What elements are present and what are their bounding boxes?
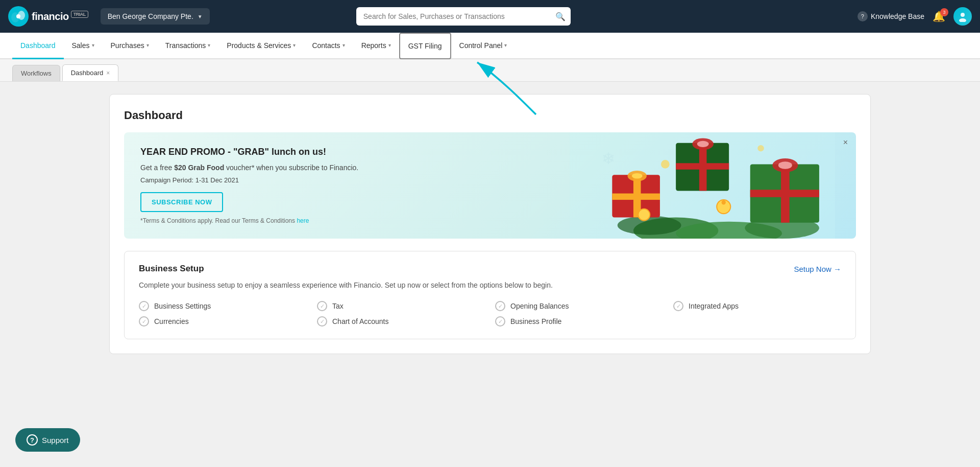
promo-content: YEAR END PROMO - "GRAB" lunch on us! Get… — [140, 147, 358, 224]
check-icon: ✓ — [495, 316, 505, 326]
setup-item-label: Integrated Apps — [689, 302, 739, 310]
setup-item: ✓ Tax — [317, 301, 485, 311]
chevron-down-icon: ▾ — [388, 42, 391, 48]
company-selector[interactable]: Ben George Company Pte. ▼ — [101, 8, 210, 25]
avatar[interactable] — [953, 7, 972, 26]
trial-badge: TRIAL — [71, 11, 88, 18]
svg-point-5 — [959, 18, 966, 22]
nav-item-reports[interactable]: Reports ▾ — [353, 33, 399, 59]
svg-rect-24 — [676, 163, 729, 169]
subscribe-button[interactable]: SUBSCRIBE NOW — [140, 192, 223, 212]
setup-item: ✓ Chart of Accounts — [317, 316, 485, 326]
setup-item: ✓ Business Profile — [495, 316, 663, 326]
setup-item-label: Tax — [332, 302, 344, 310]
setup-item: ✓ Integrated Apps — [673, 301, 841, 311]
logo-icon — [8, 6, 29, 27]
svg-rect-31 — [750, 190, 819, 197]
notifications-button[interactable]: 🔔 3 — [933, 10, 945, 22]
promo-description: Get a free $20 Grab Food voucher* when y… — [140, 162, 358, 173]
setup-header: Business Setup Setup Now → — [139, 264, 841, 274]
promo-tc-link[interactable]: here — [297, 217, 309, 224]
setup-item-empty — [673, 316, 841, 326]
svg-point-28 — [757, 145, 764, 151]
knowledge-base-icon: ? — [857, 11, 868, 21]
page-title: Dashboard — [124, 109, 856, 122]
nav-right: ? Knowledge Base 🔔 3 — [857, 7, 972, 26]
search-button[interactable]: 🔍 — [555, 12, 566, 21]
svg-point-33 — [778, 161, 792, 169]
check-icon: ✓ — [139, 301, 149, 311]
svg-point-21 — [632, 173, 643, 178]
promo-illustration: ❄ ❄ ❄ ❄ ❄ — [549, 132, 856, 239]
nav-item-contacts[interactable]: Contacts ▾ — [304, 33, 353, 59]
notification-badge: 3 — [940, 8, 948, 16]
setup-item: ✓ Currencies — [139, 316, 307, 326]
chevron-down-icon: ▾ — [293, 42, 296, 48]
chevron-down-icon: ▼ — [198, 14, 203, 19]
tabs-bar: Workflows Dashboard × — [0, 59, 980, 82]
promo-banner: YEAR END PROMO - "GRAB" lunch on us! Get… — [124, 132, 856, 239]
setup-item-label: Business Profile — [510, 317, 561, 325]
nav-item-sales[interactable]: Sales ▾ — [64, 33, 103, 59]
knowledge-base-link[interactable]: ? Knowledge Base — [857, 11, 924, 21]
search-input[interactable] — [356, 7, 571, 26]
nav-item-transactions[interactable]: Transactions ▾ — [157, 33, 219, 59]
setup-now-link[interactable]: Setup Now → — [794, 265, 841, 273]
promo-title: YEAR END PROMO - "GRAB" lunch on us! — [140, 147, 358, 157]
chevron-down-icon: ▾ — [342, 42, 345, 48]
check-icon: ✓ — [495, 301, 505, 311]
svg-rect-19 — [612, 194, 660, 200]
svg-point-3 — [16, 14, 20, 18]
content-card: Dashboard YEAR END PROMO - "GRAB" lunch … — [109, 94, 871, 354]
svg-point-27 — [661, 160, 670, 169]
chevron-down-icon: ▾ — [504, 42, 507, 48]
tab-dashboard[interactable]: Dashboard × — [62, 64, 119, 81]
promo-close-button[interactable]: × — [843, 138, 848, 147]
tab-workflows[interactable]: Workflows — [12, 65, 60, 81]
check-icon: ✓ — [673, 301, 683, 311]
check-icon: ✓ — [317, 316, 327, 326]
promo-period: Campaign Period: 1-31 Dec 2021 — [140, 176, 358, 184]
setup-item-label: Currencies — [154, 317, 189, 325]
top-navigation: financioTRIAL Ben George Company Pte. ▼ … — [0, 0, 980, 33]
menu-nav-container: Dashboard Sales ▾ Purchases ▾ Transactio… — [0, 33, 980, 59]
nav-item-control-panel[interactable]: Control Panel ▾ — [451, 33, 516, 59]
chevron-down-icon: ▾ — [146, 42, 149, 48]
promo-image: ❄ ❄ ❄ ❄ ❄ — [549, 132, 856, 239]
nav-item-products-services[interactable]: Products & Services ▾ — [218, 33, 304, 59]
chevron-down-icon: ▾ — [208, 42, 210, 48]
setup-items-grid: ✓ Business Settings ✓ Tax ✓ Opening Bala… — [139, 301, 841, 326]
tab-dashboard-label: Dashboard — [71, 69, 104, 77]
svg-point-16 — [617, 216, 681, 235]
nav-item-dashboard[interactable]: Dashboard — [12, 33, 64, 59]
knowledge-base-label: Knowledge Base — [871, 12, 924, 20]
tab-close-icon[interactable]: × — [106, 70, 110, 76]
setup-item-label: Opening Balances — [510, 302, 569, 310]
promo-terms: *Terms & Conditions apply. Read our Term… — [140, 217, 358, 224]
svg-point-26 — [697, 141, 708, 147]
chevron-down-icon: ▾ — [92, 42, 94, 48]
logo-area: financioTRIAL — [8, 6, 88, 27]
svg-point-38 — [639, 209, 649, 220]
setup-item-label: Business Settings — [154, 302, 211, 310]
check-icon: ✓ — [317, 301, 327, 311]
setup-item-label: Chart of Accounts — [332, 317, 389, 325]
svg-point-36 — [721, 200, 725, 204]
setup-item: ✓ Opening Balances — [495, 301, 663, 311]
svg-point-4 — [961, 13, 965, 17]
setup-item: ✓ Business Settings — [139, 301, 307, 311]
setup-title: Business Setup — [139, 264, 204, 274]
business-setup-section: Business Setup Setup Now → Complete your… — [124, 251, 856, 339]
main-content: Dashboard YEAR END PROMO - "GRAB" lunch … — [97, 82, 883, 366]
check-icon: ✓ — [139, 316, 149, 326]
setup-description: Complete your business setup to enjoy a … — [139, 280, 841, 291]
menu-navigation: Dashboard Sales ▾ Purchases ▾ Transactio… — [0, 33, 980, 59]
tab-workflows-label: Workflows — [21, 69, 52, 77]
svg-text:❄: ❄ — [601, 150, 615, 168]
nav-item-purchases[interactable]: Purchases ▾ — [103, 33, 157, 59]
search-bar: 🔍 — [356, 7, 571, 26]
nav-item-gst-filing[interactable]: GST Filing — [399, 33, 451, 59]
company-name: Ben George Company Pte. — [108, 12, 193, 20]
logo-text: financioTRIAL — [32, 11, 88, 22]
